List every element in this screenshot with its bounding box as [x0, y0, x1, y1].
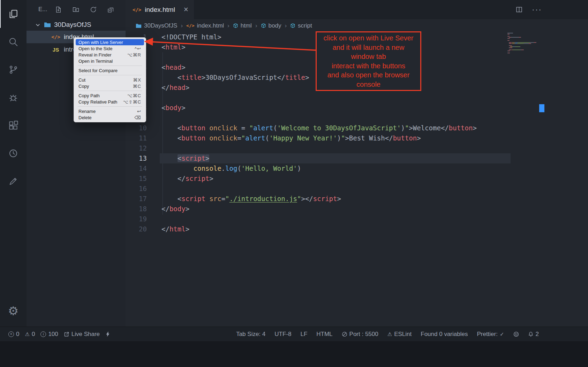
code-line-16[interactable]: 16: [126, 184, 588, 194]
explorer-activity-button[interactable]: [0, 0, 27, 28]
breadcrumb-separator: ›: [285, 22, 287, 29]
tab-title: index.html: [145, 6, 175, 14]
breadcrumb-item-html[interactable]: html: [233, 22, 252, 29]
new-file-icon[interactable]: [55, 6, 62, 13]
status-100[interactable]: i100: [40, 331, 58, 338]
code-token: ": [241, 134, 245, 142]
status-prettier[interactable]: Prettier:✓: [477, 331, 504, 338]
split-editor-icon[interactable]: [515, 6, 523, 13]
menu-item-open-with-live-server[interactable]: Open with Live Server: [76, 39, 144, 45]
status-lightning[interactable]: [105, 331, 111, 337]
new-folder-icon[interactable]: [72, 6, 80, 13]
annotation-line: click on open with Live Sever: [319, 33, 418, 43]
status-0[interactable]: ×0: [8, 331, 19, 338]
line-text: <script>: [161, 153, 209, 163]
menu-item-reveal-in-finder[interactable]: Reveal in Finder⌥⌘R: [76, 52, 144, 58]
status-live-share[interactable]: Live Share: [64, 331, 100, 338]
menu-item-copy-relative-path[interactable]: Copy Relative Path⌥⇧⌘C: [76, 99, 144, 105]
more-actions-icon[interactable]: ···: [532, 5, 542, 14]
tab-close-icon[interactable]: ×: [184, 6, 188, 14]
menu-item-select-for-compare[interactable]: Select for Compare: [76, 67, 144, 74]
code-line-10[interactable]: 10 <button onclick = "alert('Welcome to …: [126, 123, 588, 133]
context-menu: Open with Live ServerOpen to the Side^↩R…: [74, 37, 146, 122]
refresh-icon[interactable]: [90, 6, 97, 13]
menu-item-cut[interactable]: Cut⌘X: [76, 77, 144, 83]
editor-actions: ···: [515, 0, 588, 19]
code-line-13[interactable]: 13 <script>: [126, 153, 588, 163]
breadcrumb-label: script: [298, 22, 312, 29]
menu-item-label: Copy Path: [78, 93, 100, 98]
menu-item-copy[interactable]: Copy⌘C: [76, 83, 144, 89]
code-token: body: [165, 104, 181, 112]
status-bar: ×0⚠0i100Live Share Tab Size: 4UTF-8LFHTM…: [0, 327, 588, 341]
line-text: <script src="./introduction.js"></script…: [161, 194, 341, 204]
breadcrumb-item-index-html[interactable]: </>index.html: [186, 22, 224, 29]
status-eslint[interactable]: ⚠ESLint: [387, 331, 412, 338]
status-label: 2: [536, 331, 539, 338]
settings-button[interactable]: ⚙: [0, 299, 27, 322]
breadcrumb-item-body[interactable]: body: [261, 22, 281, 29]
code-token: [161, 175, 178, 182]
code-line-17[interactable]: 17 <script src="./introduction.js"></scr…: [126, 194, 588, 204]
status-utf-8[interactable]: UTF-8: [274, 331, 291, 338]
minimap[interactable]: [507, 33, 540, 54]
code-line-14[interactable]: 14 console.log('Hello, World'): [126, 163, 588, 174]
menu-item-delete[interactable]: Delete⌫: [76, 114, 144, 121]
folder-name: 30DaysOfJS: [54, 21, 91, 29]
code-token: <!DOCTYPE html>: [161, 33, 221, 41]
code-line-8[interactable]: 8<body>: [126, 103, 588, 113]
minimap-segment: [509, 34, 510, 35]
status-2[interactable]: 2: [528, 331, 539, 338]
search-activity-button[interactable]: [0, 28, 27, 56]
error-icon: ×: [8, 331, 14, 337]
feedback-activity-button[interactable]: [0, 167, 27, 195]
tab-index-html[interactable]: </> index.html ×: [126, 0, 194, 19]
collapse-folders-icon[interactable]: [107, 6, 114, 13]
breadcrumb-item-30daysofjs[interactable]: 30DaysOfJS: [136, 22, 177, 29]
minimap-segment: [510, 51, 510, 51]
menu-item-open-to-the-side[interactable]: Open to the Side^↩: [76, 45, 144, 52]
status-port-5500[interactable]: Port : 5500: [342, 331, 378, 338]
code-line-19[interactable]: 19: [126, 214, 588, 224]
vscode-window: ⚙ E... 30DaysOfJS </>index.htmlJSintrodu…: [0, 0, 588, 367]
status-lf[interactable]: LF: [300, 331, 307, 338]
status-label: 0: [32, 331, 35, 338]
check-icon: ✓: [500, 331, 504, 337]
warning-triangle-icon: ⚠: [387, 331, 392, 337]
menu-item-open-in-terminal[interactable]: Open in Terminal: [76, 58, 144, 64]
clock-icon: [8, 148, 18, 159]
line-text: console.log('Hello, World'): [161, 163, 301, 174]
status-label: HTML: [316, 331, 332, 338]
code-line-11[interactable]: 11 <button onclick="alert('Happy New Yea…: [126, 133, 588, 143]
menu-item-copy-path[interactable]: Copy Path⌥⌘C: [76, 92, 144, 99]
status-label: Prettier:: [477, 331, 498, 338]
code-line-18[interactable]: 18</body>: [126, 204, 588, 214]
code-token: script: [181, 154, 205, 162]
info-icon: i: [40, 331, 46, 337]
code-line-15[interactable]: 15 </script>: [126, 174, 588, 184]
minimap-line: [507, 33, 540, 33]
code-line-20[interactable]: 20</html>: [126, 224, 588, 234]
code-line-7[interactable]: 7: [126, 93, 588, 103]
source-control-activity-button[interactable]: [0, 56, 27, 84]
code-token: </: [161, 84, 169, 91]
menu-item-shortcut: ⌫: [135, 115, 141, 120]
history-activity-button[interactable]: [0, 139, 27, 167]
status-found-0-variables[interactable]: Found 0 variables: [421, 331, 468, 338]
menu-item-rename[interactable]: Rename↩: [76, 108, 144, 114]
code-token: >: [181, 104, 185, 112]
run-debug-activity-button[interactable]: [0, 84, 27, 112]
minimap-segment: [512, 47, 512, 48]
code-token: body: [169, 205, 186, 213]
status-html[interactable]: HTML: [316, 331, 332, 338]
extensions-activity-button[interactable]: [0, 112, 27, 139]
status-tab-size-4[interactable]: Tab Size: 4: [236, 331, 265, 338]
code-line-12[interactable]: 12: [126, 143, 588, 153]
folder-row-30daysofjs[interactable]: 30DaysOfJS: [27, 19, 126, 31]
code-line-9[interactable]: 9: [126, 113, 588, 123]
breadcrumb-item-script[interactable]: script: [290, 22, 312, 29]
status-smiley[interactable]: [513, 331, 519, 337]
code-token: ": [405, 124, 409, 132]
html-file-icon: </>: [52, 34, 60, 40]
status-0[interactable]: ⚠0: [25, 331, 35, 338]
